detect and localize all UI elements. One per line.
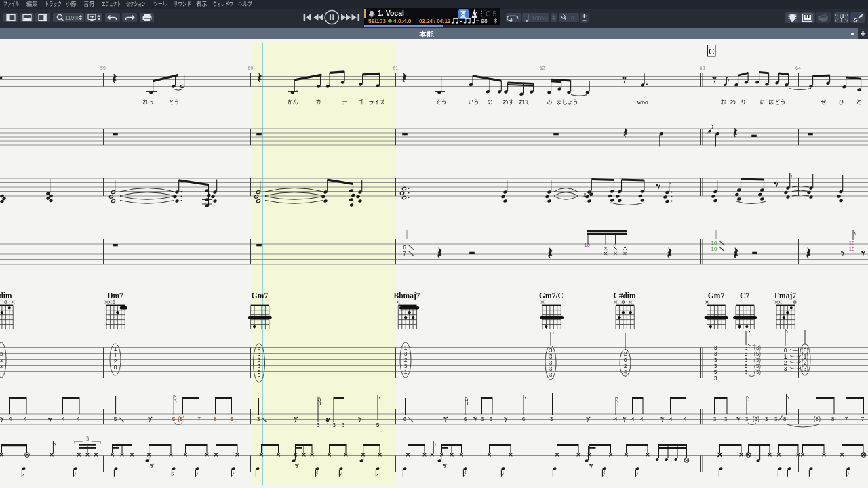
svg-text:0: 0 [571, 15, 574, 22]
svg-text:woo: woo [637, 99, 648, 106]
svg-text:63: 63 [700, 66, 705, 70]
svg-text:3: 3 [745, 369, 748, 375]
svg-text:7: 7 [403, 250, 406, 257]
svg-text:3: 3 [0, 351, 3, 357]
svg-text:3: 3 [317, 422, 320, 428]
svg-text:6: 6 [490, 415, 493, 422]
svg-text:3: 3 [745, 415, 749, 422]
svg-text:6: 6 [464, 415, 467, 422]
svg-text:59/103: 59/103 [368, 18, 386, 24]
svg-text:=: = [460, 18, 463, 24]
svg-text:0: 0 [114, 364, 117, 371]
svg-text:02:24 / 04:12: 02:24 / 04:12 [419, 18, 451, 24]
svg-text:3: 3 [724, 415, 728, 422]
svg-text:4.0:4.0: 4.0:4.0 [393, 18, 412, 24]
svg-text:4: 4 [624, 369, 627, 375]
svg-text:3: 3 [86, 436, 89, 442]
svg-text:Gm7: Gm7 [708, 291, 725, 300]
svg-text:6: 6 [403, 415, 407, 422]
svg-text:(3): (3) [754, 369, 762, 375]
svg-text:5: 5 [114, 415, 117, 422]
svg-text:3: 3 [549, 371, 553, 378]
svg-text:4: 4 [614, 415, 618, 422]
svg-text:1: 1 [404, 369, 408, 375]
svg-text:(3): (3) [802, 365, 809, 372]
svg-text:8: 8 [783, 415, 787, 422]
svg-text:10: 10 [584, 242, 590, 248]
svg-text:4: 4 [640, 415, 644, 422]
svg-text:C 5: C 5 [486, 9, 497, 18]
svg-text:8: 8 [831, 415, 835, 422]
svg-text:Fmaj7: Fmaj7 [774, 291, 796, 300]
svg-text:5: 5 [376, 422, 380, 428]
svg-text:4: 4 [62, 415, 65, 422]
svg-text:8: 8 [214, 415, 217, 422]
svg-text:(3): (3) [753, 415, 760, 422]
svg-text:100%: 100% [532, 15, 547, 22]
svg-text:(8): (8) [814, 415, 821, 422]
svg-text:4: 4 [631, 415, 635, 422]
svg-text:3: 3 [0, 357, 3, 363]
svg-text:5: 5 [230, 415, 233, 422]
svg-text:C: C [709, 46, 715, 56]
svg-text:4: 4 [9, 415, 12, 422]
svg-text:Dm7: Dm7 [107, 291, 123, 300]
svg-text:(5): (5) [178, 415, 185, 422]
svg-text:7: 7 [197, 415, 201, 422]
svg-text:Bbmaj7: Bbmaj7 [394, 291, 420, 300]
svg-text:3: 3 [332, 422, 336, 428]
svg-text:3: 3 [550, 415, 553, 422]
svg-text:Gm7: Gm7 [252, 291, 269, 300]
svg-text:7: 7 [861, 415, 865, 422]
svg-text:4: 4 [77, 415, 80, 422]
svg-text:10: 10 [849, 246, 855, 252]
svg-text:3: 3 [714, 375, 717, 382]
svg-text:Gm7/C: Gm7/C [539, 291, 564, 300]
svg-text:3: 3 [784, 365, 787, 372]
svg-text:= 98: = 98 [476, 18, 488, 24]
svg-text:60: 60 [248, 66, 254, 70]
svg-text:61: 61 [393, 66, 399, 70]
svg-text:59: 59 [100, 66, 106, 70]
svg-text:3: 3 [713, 415, 717, 422]
svg-text:3: 3 [774, 415, 778, 422]
svg-text:10: 10 [849, 240, 855, 246]
svg-text:62: 62 [540, 66, 545, 70]
svg-text:5: 5 [172, 415, 176, 422]
svg-text:1. Vocal: 1. Vocal [378, 9, 404, 17]
svg-text:6: 6 [522, 415, 526, 422]
svg-text:10: 10 [711, 246, 717, 252]
svg-text:6: 6 [481, 415, 484, 422]
svg-text:4: 4 [24, 415, 27, 422]
svg-text:3: 3 [258, 375, 261, 382]
svg-text:7: 7 [845, 415, 848, 422]
svg-text:4: 4 [669, 415, 673, 422]
svg-text:4: 4 [684, 415, 687, 422]
svg-text:C#dim: C#dim [613, 291, 636, 300]
svg-text:64: 64 [795, 66, 801, 70]
svg-text:3: 3 [0, 363, 3, 369]
svg-text:3: 3 [257, 415, 260, 422]
svg-text:dim: dim [0, 291, 12, 300]
svg-text:3: 3 [765, 415, 768, 422]
svg-text:C7: C7 [740, 291, 749, 300]
svg-text:10: 10 [711, 240, 717, 246]
